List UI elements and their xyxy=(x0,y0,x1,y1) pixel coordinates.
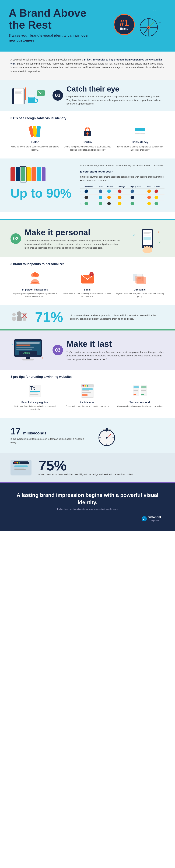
svg-point-69 xyxy=(17,311,22,316)
svg-text:!: ! xyxy=(91,273,92,276)
section-02-desc: The same neurochemical associated with f… xyxy=(25,239,123,250)
svg-rect-36 xyxy=(42,167,45,181)
intro-bold: In fact, 60% prefer to buy products from… xyxy=(10,58,162,65)
dot xyxy=(118,202,121,205)
brand-main: vistaprint xyxy=(148,516,161,519)
dot xyxy=(147,202,151,205)
tip-item-test: Test and respond. Consider A/B testing n… xyxy=(115,383,165,411)
col-reliability: Reliability xyxy=(84,185,99,188)
tp-email-title: E-mail xyxy=(63,288,112,291)
section-03-number: 03 xyxy=(53,345,63,355)
svg-rect-103 xyxy=(134,389,137,390)
svg-rect-72 xyxy=(23,317,26,321)
svg-rect-7 xyxy=(14,88,24,104)
svg-point-126 xyxy=(19,462,20,464)
svg-rect-46 xyxy=(144,246,146,250)
color-swatch-illustration xyxy=(10,164,45,185)
badge-number: #1 xyxy=(119,19,129,27)
hero-illustration xyxy=(135,13,163,42)
footer-cta-text: A lasting brand impression begins with a… xyxy=(14,491,161,506)
svg-point-124 xyxy=(14,462,16,464)
dot xyxy=(107,202,111,205)
tip-clutter-title: Avoid clutter. xyxy=(63,401,112,404)
section-03-desc: You've handed out business cards and fin… xyxy=(67,350,165,361)
dot xyxy=(147,189,151,193)
svg-rect-47 xyxy=(146,246,148,249)
cs-consistency-desc: Is your brand's identity being applied c… xyxy=(115,145,165,152)
dot xyxy=(131,202,134,205)
section-01-title: Catch their eye xyxy=(67,85,165,93)
tip-styleguide-desc: Make sure fonts, buttons, and colors are… xyxy=(10,405,60,411)
svg-text:◇: ◇ xyxy=(159,241,161,244)
svg-rect-83 xyxy=(26,357,30,360)
svg-rect-42 xyxy=(143,235,150,236)
dot xyxy=(131,189,134,193)
tip-item-styleguide: Tt Establish a style guide. Make sure fo… xyxy=(10,383,60,411)
tp-inperson-desc: Empower your employees to represent your… xyxy=(10,292,60,298)
tp-directmail-desc: Segment all of your lists, and custom-ta… xyxy=(115,292,165,298)
pct-75-content: 75% of web users associate a website's c… xyxy=(38,459,134,476)
svg-rect-24 xyxy=(135,132,140,132)
dot xyxy=(154,189,158,193)
svg-rect-28 xyxy=(140,133,145,133)
tp-directmail-title: Direct mail xyxy=(115,288,165,291)
tp-item-directmail: Direct mail Segment all of your lists, a… xyxy=(115,270,165,298)
pct-71-section: 71% of consumers have received a promoti… xyxy=(0,305,175,330)
svg-text:◇: ◇ xyxy=(42,356,44,359)
section-02-text: Make it personal The same neurochemical … xyxy=(25,227,123,250)
color-highlight: Up to 90% of immediate judgments of a br… xyxy=(0,158,175,212)
svg-rect-119 xyxy=(106,428,108,430)
svg-rect-25 xyxy=(135,133,140,133)
ms-unit: milliseconds xyxy=(23,431,46,435)
tp-grid: In-person interactions Empower your empl… xyxy=(10,270,165,298)
tp-item-email: ! E-mail Never send another marketing em… xyxy=(63,270,112,298)
dot xyxy=(131,196,134,199)
section-02-title: Make it personal xyxy=(25,227,123,237)
svg-rect-128 xyxy=(14,468,24,468)
dot xyxy=(84,196,88,199)
col-num xyxy=(80,185,84,188)
svg-line-5 xyxy=(144,27,149,33)
test-icon xyxy=(132,383,148,399)
col-highquality: High quality xyxy=(131,185,147,188)
color-icon xyxy=(28,124,42,138)
email-icon: ! xyxy=(80,270,95,286)
cs-item-consistency: Consistency Is your brand's identity bei… xyxy=(115,124,165,152)
intro-text: A powerful visual identity leaves a last… xyxy=(10,58,165,73)
svg-rect-43 xyxy=(143,237,151,240)
dot xyxy=(118,189,121,193)
svg-rect-35 xyxy=(37,167,41,181)
section-01-text: Catch their eye Corporate identity mater… xyxy=(67,85,165,106)
clutter-icon xyxy=(80,383,95,399)
styleguide-icon: Tt xyxy=(27,383,43,399)
section-03-text: Make it last You've handed out business … xyxy=(67,339,165,361)
footer-subtext: Follow these best practices to put your … xyxy=(14,508,161,510)
dot xyxy=(84,189,88,193)
svg-line-4 xyxy=(149,22,154,27)
col-trust: Trust xyxy=(99,185,107,188)
brand-sub: corporate xyxy=(151,520,159,522)
tp-email-desc: Never send another marketing email addre… xyxy=(63,292,112,298)
svg-rect-40 xyxy=(143,231,151,232)
svg-rect-30 xyxy=(10,167,15,181)
section-01-number: 01 xyxy=(53,90,63,101)
pct-71-big: 71% xyxy=(35,310,63,324)
ms-text: is the average time it takes a person to… xyxy=(10,437,89,444)
three-cs-heading: 3 C's of a recognizable visual identity: xyxy=(10,116,165,120)
tp-inperson-title: In-person interactions xyxy=(10,288,60,291)
badge-label: Brand xyxy=(120,27,128,30)
table-row: 1. xyxy=(80,188,165,195)
svg-rect-78 xyxy=(16,344,30,346)
section-01-illustration xyxy=(10,85,45,106)
svg-rect-108 xyxy=(141,389,145,390)
svg-rect-41 xyxy=(143,234,150,234)
svg-rect-107 xyxy=(141,386,146,388)
svg-text:Tt: Tt xyxy=(30,385,35,391)
brand-name: vistaprint corporate xyxy=(148,516,161,522)
tip-styleguide-title: Establish a style guide. xyxy=(10,401,60,404)
vistaprint-icon: V xyxy=(141,516,147,522)
dot xyxy=(107,189,111,193)
svg-rect-99 xyxy=(82,392,91,393)
dot xyxy=(99,189,102,193)
row-3-num: 3. xyxy=(80,201,84,207)
